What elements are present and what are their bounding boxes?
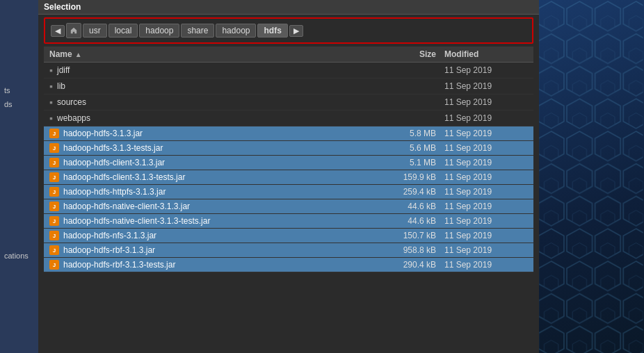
file-size: 958.8 kB: [375, 245, 444, 255]
file-size: 150.7 kB: [375, 231, 444, 240]
path-segment-hdfs[interactable]: hdfs: [257, 24, 287, 38]
path-segment-usr[interactable]: usr: [83, 24, 107, 38]
path-segment-local[interactable]: local: [108, 24, 138, 38]
table-row[interactable]: ▪ sources 11 Sep 2019: [44, 95, 533, 110]
jar-icon: J: [49, 129, 59, 138]
table-row[interactable]: J hadoop-hdfs-client-3.1.3.jar 5.1 MB 11…: [44, 156, 533, 170]
file-name-cell: ▪ webapps: [49, 113, 375, 124]
file-name-cell: J hadoop-hdfs-client-3.1.3-tests.jar: [49, 172, 375, 182]
file-size: 5.6 MB: [375, 143, 444, 153]
file-name-cell: ▪ jdiff: [49, 65, 375, 76]
file-name: hadoop-hdfs-client-3.1.3.jar: [63, 158, 165, 167]
hex-pattern-svg: [536, 0, 644, 353]
path-segment-share[interactable]: share: [181, 24, 214, 38]
table-row[interactable]: J hadoop-hdfs-httpfs-3.1.3.jar 259.4 kB …: [44, 185, 533, 199]
file-name-cell: ▪ lib: [49, 81, 375, 92]
file-list: ▪ jdiff 11 Sep 2019 ▪ lib 11 Sep 2019 ▪: [44, 63, 533, 272]
file-date: 11 Sep 2019: [444, 231, 528, 240]
file-name-cell: J hadoop-hdfs-native-client-3.1.3-tests.…: [49, 216, 375, 226]
file-name: hadoop-hdfs-rbf-3.1.3.jar: [63, 245, 155, 255]
jar-icon: J: [49, 216, 59, 226]
file-name: hadoop-hdfs-native-client-3.1.3.jar: [63, 202, 190, 211]
file-size: 159.9 kB: [375, 172, 444, 182]
main-panel: Selection ◀ usr local hadoop share hadoo…: [38, 0, 539, 353]
folder-icon: ▪: [49, 65, 53, 76]
path-back-button[interactable]: ◀: [51, 25, 65, 37]
file-list-header: Name ▲ Size Modified: [44, 47, 533, 63]
jar-icon: J: [49, 143, 59, 153]
column-header-size: Size: [375, 49, 444, 59]
file-date: 11 Sep 2019: [444, 187, 528, 197]
file-name: hadoop-hdfs-3.1.3-tests.jar: [63, 143, 163, 153]
column-header-name: Name ▲: [49, 49, 375, 59]
path-more-button[interactable]: ▶: [289, 25, 303, 37]
file-date: 11 Sep 2019: [444, 172, 528, 182]
file-size: 44.6 kB: [375, 202, 444, 211]
folder-icon: ▪: [49, 113, 53, 124]
file-name-cell: J hadoop-hdfs-3.1.3.jar: [49, 129, 375, 138]
svg-rect-2: [537, 0, 643, 353]
right-background: [536, 0, 644, 353]
jar-icon: J: [49, 172, 59, 182]
table-row[interactable]: J hadoop-hdfs-rbf-3.1.3-tests.jar 290.4 …: [44, 258, 533, 272]
file-date: 11 Sep 2019: [444, 81, 528, 91]
file-name: hadoop-hdfs-rbf-3.1.3-tests.jar: [63, 260, 175, 270]
table-row[interactable]: J hadoop-hdfs-rbf-3.1.3.jar 958.8 kB 11 …: [44, 243, 533, 258]
file-date: 11 Sep 2019: [444, 143, 528, 153]
jar-icon: J: [49, 187, 59, 197]
dialog-title: Selection: [44, 2, 81, 12]
file-date: 11 Sep 2019: [444, 245, 528, 255]
path-segment-hadoop2[interactable]: hadoop: [216, 24, 256, 38]
sidebar-label-ds: ds: [0, 97, 17, 111]
jar-icon: J: [49, 245, 59, 255]
file-name: hadoop-hdfs-httpfs-3.1.3.jar: [63, 187, 166, 197]
title-bar: Selection: [38, 0, 539, 15]
file-date: 11 Sep 2019: [444, 202, 528, 211]
jar-icon: J: [49, 260, 59, 270]
table-row[interactable]: ▪ lib 11 Sep 2019: [44, 79, 533, 95]
file-date: 11 Sep 2019: [444, 65, 528, 75]
path-bar: ◀ usr local hadoop share hadoop hdfs ▶: [44, 17, 533, 44]
file-date: 11 Sep 2019: [444, 260, 528, 270]
table-row[interactable]: J hadoop-hdfs-3.1.3.jar 5.8 MB 11 Sep 20…: [44, 126, 533, 141]
file-name: sources: [57, 97, 86, 107]
file-name: hadoop-hdfs-nfs-3.1.3.jar: [63, 231, 156, 240]
file-name: hadoop-hdfs-native-client-3.1.3-tests.ja…: [63, 216, 210, 226]
table-row[interactable]: ▪ jdiff 11 Sep 2019: [44, 63, 533, 79]
folder-icon: ▪: [49, 81, 53, 92]
table-row[interactable]: J hadoop-hdfs-client-3.1.3-tests.jar 159…: [44, 170, 533, 185]
file-name: webapps: [57, 113, 90, 123]
file-name-cell: J hadoop-hdfs-client-3.1.3.jar: [49, 158, 375, 167]
jar-icon: J: [49, 231, 59, 240]
folder-icon: ▪: [49, 97, 53, 108]
file-name: hadoop-hdfs-3.1.3.jar: [63, 129, 143, 138]
table-row[interactable]: ▪ webapps 11 Sep 2019: [44, 110, 533, 126]
file-name-cell: J hadoop-hdfs-rbf-3.1.3.jar: [49, 245, 375, 255]
table-row[interactable]: J hadoop-hdfs-3.1.3-tests.jar 5.6 MB 11 …: [44, 141, 533, 156]
column-header-modified: Modified: [444, 49, 528, 59]
file-date: 11 Sep 2019: [444, 129, 528, 138]
file-name: jdiff: [57, 65, 70, 75]
path-home-button[interactable]: [66, 23, 81, 38]
file-date: 11 Sep 2019: [444, 97, 528, 107]
file-date: 11 Sep 2019: [444, 113, 528, 123]
path-segment-hadoop1[interactable]: hadoop: [139, 24, 179, 38]
left-sidebar: ts ds cations: [0, 0, 42, 353]
jar-icon: J: [49, 158, 59, 167]
file-size: 290.4 kB: [375, 260, 444, 270]
table-row[interactable]: J hadoop-hdfs-nfs-3.1.3.jar 150.7 kB 11 …: [44, 229, 533, 243]
file-size: 5.8 MB: [375, 129, 444, 138]
file-list-container[interactable]: Name ▲ Size Modified ▪ jdiff 11 Sep 2019…: [44, 47, 533, 347]
file-date: 11 Sep 2019: [444, 158, 528, 167]
sort-arrow: ▲: [75, 51, 82, 58]
table-row[interactable]: J hadoop-hdfs-native-client-3.1.3-tests.…: [44, 214, 533, 229]
file-name: lib: [57, 81, 65, 91]
file-name: hadoop-hdfs-client-3.1.3-tests.jar: [63, 172, 185, 182]
file-size: 259.4 kB: [375, 187, 444, 197]
file-name-cell: ▪ sources: [49, 97, 375, 108]
file-date: 11 Sep 2019: [444, 216, 528, 226]
file-name-cell: J hadoop-hdfs-rbf-3.1.3-tests.jar: [49, 260, 375, 270]
jar-icon: J: [49, 202, 59, 211]
file-name-cell: J hadoop-hdfs-nfs-3.1.3.jar: [49, 231, 375, 240]
table-row[interactable]: J hadoop-hdfs-native-client-3.1.3.jar 44…: [44, 199, 533, 214]
